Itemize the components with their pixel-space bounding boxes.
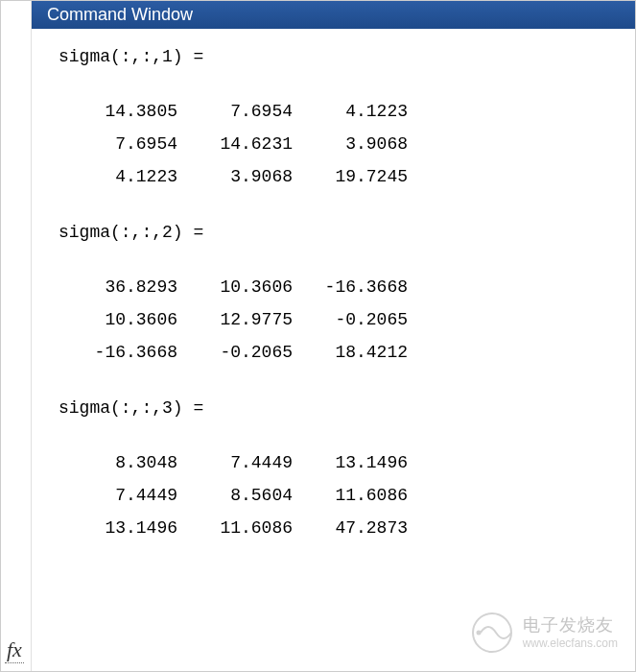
matrix-cell: 19.7245 — [293, 160, 408, 193]
matrix-cell: 4.1223 — [293, 95, 408, 128]
matrix-cell: 10.3606 — [177, 271, 293, 303]
matrix-row: -16.3668 -0.2065 18.4212 — [59, 336, 608, 369]
matrix-cell: 14.3805 — [62, 95, 177, 128]
matrix-row: 13.1496 11.6086 47.2873 — [59, 512, 608, 544]
matrix-cell: 36.8293 — [62, 271, 177, 303]
matrix-cell: 18.4212 — [293, 336, 408, 369]
output-block: sigma(:,:,1) = 14.3805 7.6954 4.1223 7.6… — [59, 42, 608, 193]
matrix-row: 7.4449 8.5604 11.6086 — [59, 479, 608, 512]
gutter — [1, 1, 32, 671]
matrix-row: 8.3048 7.4449 13.1496 — [59, 446, 608, 479]
matrix-row: 14.3805 7.6954 4.1223 — [59, 95, 608, 128]
matrix-cell: 11.6086 — [177, 512, 293, 544]
command-window-title-bar: Command Window — [32, 1, 635, 29]
matrix-cell: 8.3048 — [62, 446, 177, 479]
matrix-cell: 12.9775 — [177, 303, 293, 336]
matrix-cell: 7.4449 — [62, 479, 177, 512]
matrix-cell: 4.1223 — [62, 160, 177, 193]
matrix-cell: -16.3668 — [293, 271, 408, 303]
watermark-main: 电子发烧友 — [523, 615, 618, 636]
matrix-cell: 3.9068 — [293, 128, 408, 160]
watermark-text: 电子发烧友 www.elecfans.com — [523, 615, 618, 650]
svg-point-1 — [476, 631, 481, 636]
matrix-cell: 7.6954 — [177, 95, 293, 128]
matrix-cell: -16.3668 — [62, 336, 177, 369]
matrix-cell: 10.3606 — [62, 303, 177, 336]
watermark-sub: www.elecfans.com — [523, 636, 618, 650]
matrix-cell: 7.4449 — [177, 446, 293, 479]
watermark-logo-icon — [471, 612, 513, 654]
output-block: sigma(:,:,3) = 8.3048 7.4449 13.1496 7.4… — [59, 394, 608, 544]
matrix-row: 10.3606 12.9775 -0.2065 — [59, 303, 608, 336]
variable-header: sigma(:,:,1) = — [59, 42, 608, 72]
matrix-cell: 3.9068 — [177, 160, 293, 193]
watermark: 电子发烧友 www.elecfans.com — [471, 612, 618, 654]
matrix-row: 36.8293 10.3606 -16.3668 — [59, 271, 608, 303]
matrix-cell: 8.5604 — [177, 479, 293, 512]
command-window-output[interactable]: sigma(:,:,1) = 14.3805 7.6954 4.1223 7.6… — [32, 29, 635, 583]
matrix-cell: 47.2873 — [293, 512, 408, 544]
window-title: Command Window — [47, 5, 193, 24]
matrix-cell: 14.6231 — [177, 128, 293, 160]
variable-header: sigma(:,:,3) = — [59, 394, 608, 423]
matrix-cell: -0.2065 — [293, 303, 408, 336]
matrix-cell: -0.2065 — [177, 336, 293, 369]
matrix-row: 4.1223 3.9068 19.7245 — [59, 160, 608, 193]
matrix-cell: 13.1496 — [293, 446, 408, 479]
fx-prompt-icon[interactable]: fx — [5, 637, 24, 663]
fx-label: fx — [7, 637, 22, 661]
matrix-cell: 11.6086 — [293, 479, 408, 512]
matrix-cell: 13.1496 — [62, 512, 177, 544]
output-block: sigma(:,:,2) = 36.8293 10.3606 -16.3668 … — [59, 218, 608, 369]
matrix-cell: 7.6954 — [62, 128, 177, 160]
matrix-row: 7.6954 14.6231 3.9068 — [59, 128, 608, 160]
variable-header: sigma(:,:,2) = — [59, 218, 608, 248]
